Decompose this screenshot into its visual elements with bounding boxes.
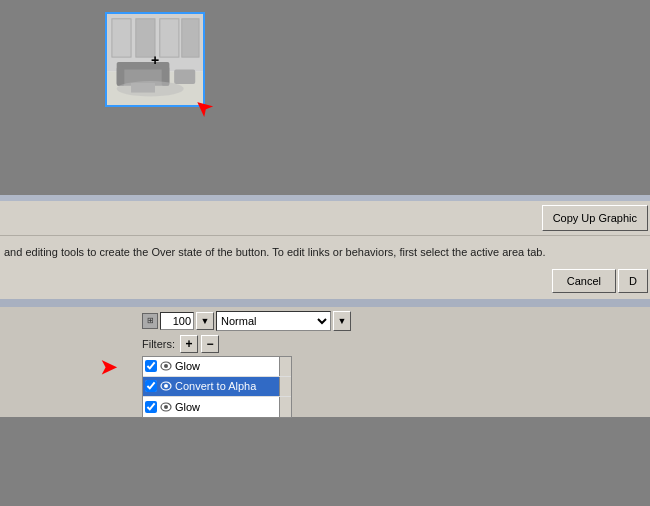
svg-rect-3 <box>136 19 155 57</box>
layer-name: Convert to Alpha <box>175 380 289 392</box>
filters-row: Filters: + − <box>142 335 650 353</box>
layer-scroll-indicator <box>279 357 291 376</box>
bottom-divider-band <box>0 299 650 307</box>
layer-item[interactable]: Convert to Alpha <box>143 377 291 397</box>
remove-filter-button[interactable]: − <box>201 335 219 353</box>
svg-rect-2 <box>112 19 131 57</box>
svg-point-17 <box>164 384 168 388</box>
layer-name: Glow <box>175 401 289 413</box>
dialog-description: and editing tools to create the Over sta… <box>0 236 650 265</box>
svg-point-19 <box>164 405 168 409</box>
layer-visibility-checkbox[interactable] <box>145 380 157 392</box>
svg-rect-12 <box>174 70 195 84</box>
layer-eye-icon[interactable] <box>159 400 173 414</box>
done-button[interactable]: D <box>618 269 648 293</box>
layer-scroll-indicator <box>279 397 291 417</box>
annotation-arrow-3: ➤ <box>100 355 117 379</box>
layers-list: Glow Convert to Alpha Glow <box>142 356 292 418</box>
svg-rect-5 <box>182 19 199 57</box>
dialog-toolbar: Copy Up Graphic <box>0 201 650 236</box>
opacity-icon: ⊞ <box>142 313 158 329</box>
svg-point-13 <box>117 81 184 96</box>
layer-eye-icon[interactable] <box>159 359 173 373</box>
layers-panel: ⊞ ▼ Normal Multiply Screen Overlay ▼ Fil… <box>0 307 650 417</box>
canvas-area: + ➤ <box>0 0 650 195</box>
layer-item[interactable]: Glow <box>143 357 291 377</box>
opacity-input[interactable] <box>160 312 194 330</box>
thumbnail-image: + <box>107 14 203 105</box>
layer-item[interactable]: Glow <box>143 397 291 417</box>
layer-visibility-checkbox[interactable] <box>145 360 157 372</box>
svg-rect-8 <box>117 62 170 70</box>
opacity-dropdown-button[interactable]: ▼ <box>196 312 214 330</box>
svg-rect-4 <box>160 19 179 57</box>
dialog-button-row: Cancel D <box>0 265 650 299</box>
opacity-blend-row: ⊞ ▼ Normal Multiply Screen Overlay ▼ <box>142 311 650 331</box>
svg-point-15 <box>164 364 168 368</box>
layer-visibility-checkbox[interactable] <box>145 401 157 413</box>
layer-name: Glow <box>175 360 289 372</box>
filters-label: Filters: <box>142 338 175 350</box>
copy-up-graphic-button[interactable]: Copy Up Graphic <box>542 205 648 231</box>
layer-scroll-indicator <box>279 377 291 396</box>
dialog-area: Copy Up Graphic and editing tools to cre… <box>0 201 650 299</box>
add-filter-button[interactable]: + <box>180 335 198 353</box>
blend-mode-select[interactable]: Normal Multiply Screen Overlay <box>216 311 331 331</box>
layer-eye-icon[interactable] <box>159 379 173 393</box>
cancel-button[interactable]: Cancel <box>552 269 616 293</box>
image-thumbnail[interactable]: + <box>105 12 205 107</box>
svg-rect-9 <box>117 67 125 86</box>
blend-mode-dropdown-button[interactable]: ▼ <box>333 311 351 331</box>
